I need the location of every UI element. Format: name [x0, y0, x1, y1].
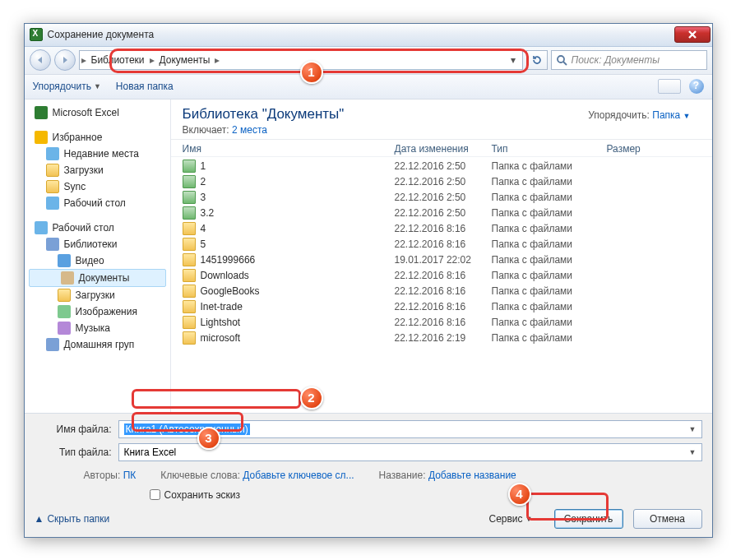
- sort-link[interactable]: Папка ▼: [652, 109, 690, 121]
- file-type: Папка с файлами: [492, 301, 607, 312]
- sidebar-item-images[interactable]: Изображения: [26, 303, 169, 320]
- sidebar-item-video[interactable]: Видео: [26, 252, 169, 269]
- sidebar-item-favorites[interactable]: Избранное: [26, 129, 169, 146]
- file-row[interactable]: 222.12.2016 2:50Папка с файлами: [183, 174, 701, 190]
- save-thumbnail-checkbox[interactable]: [150, 489, 160, 500]
- file-row[interactable]: 422.12.2016 8:16Папка с файлами: [183, 221, 701, 237]
- file-type: Папка с файлами: [492, 285, 607, 297]
- chevron-right-icon: ▸: [215, 54, 220, 66]
- documents-icon: [61, 271, 74, 285]
- file-row[interactable]: Lightshot22.12.2016 8:16Папка с файлами: [183, 315, 701, 331]
- forward-button[interactable]: [54, 49, 76, 71]
- file-type: Папка с файлами: [492, 223, 607, 234]
- file-type: Папка с файлами: [492, 176, 607, 187]
- folder-icon: [183, 331, 196, 345]
- breadcrumb-seg-libraries[interactable]: Библиотеки: [86, 51, 150, 69]
- file-name: 1451999666: [201, 254, 395, 266]
- search-placeholder: Поиск: Документы: [572, 54, 660, 66]
- sidebar-item-documents[interactable]: Документы: [29, 269, 166, 287]
- file-name: 2: [201, 176, 395, 187]
- service-button[interactable]: Сервис▼: [488, 513, 532, 525]
- filetype-select[interactable]: Книга Excel▼: [118, 443, 702, 461]
- filetype-label: Тип файла:: [35, 447, 118, 458]
- file-name: GoogleBooks: [201, 285, 395, 297]
- organize-button[interactable]: Упорядочить▼: [33, 81, 101, 92]
- folder-icon: [183, 316, 196, 329]
- authors-value[interactable]: ПК: [123, 470, 137, 481]
- hide-folders-button[interactable]: ▲Скрыть папки: [35, 513, 110, 525]
- folder-icon: [58, 289, 71, 302]
- sidebar-item-sync[interactable]: Sync: [26, 178, 169, 195]
- filename-input[interactable]: Книга1 (Автосохраненный)▼: [118, 420, 702, 438]
- music-icon: [58, 322, 71, 335]
- file-row[interactable]: microsoft22.12.2016 2:19Папка с файлами: [183, 331, 701, 346]
- folder-icon: [183, 222, 196, 235]
- library-sort: Упорядочить: Папка ▼: [588, 109, 690, 121]
- col-type[interactable]: Тип: [492, 143, 607, 155]
- refresh-button[interactable]: [526, 50, 548, 70]
- breadcrumb-seg-documents[interactable]: Документы: [155, 51, 215, 69]
- col-size[interactable]: Размер: [607, 143, 673, 155]
- sidebar-item-downloads2[interactable]: Загрузки: [26, 287, 169, 303]
- back-button[interactable]: [30, 49, 51, 71]
- file-type: Папка с файлами: [492, 238, 607, 250]
- file-row[interactable]: GoogleBooks22.12.2016 8:16Папка с файлам…: [183, 284, 701, 299]
- file-type: Папка с файлами: [492, 207, 607, 219]
- file-type: Папка с файлами: [492, 192, 607, 203]
- file-date: 22.12.2016 8:16: [395, 317, 492, 328]
- file-row[interactable]: 145199966619.01.2017 22:02Папка с файлам…: [183, 252, 701, 268]
- sidebar-item-desktop[interactable]: Рабочий стол: [26, 195, 169, 211]
- save-dialog: Сохранение документа ▸ Библиотеки ▸ Доку…: [24, 23, 713, 538]
- file-name: 3: [201, 192, 395, 203]
- file-date: 22.12.2016 2:50: [395, 207, 492, 219]
- sidebar-item-recent[interactable]: Недавние места: [26, 146, 169, 162]
- sidebar-item-music[interactable]: Музыка: [26, 320, 169, 336]
- desktop-icon: [35, 221, 48, 234]
- col-name[interactable]: Имя: [183, 143, 395, 155]
- save-button[interactable]: Сохранить: [554, 509, 623, 529]
- file-date: 22.12.2016 2:19: [395, 332, 492, 344]
- sidebar-item-libraries[interactable]: Библиотеки: [26, 236, 169, 252]
- sidebar-item-downloads[interactable]: Загрузки: [26, 162, 169, 178]
- window-title: Сохранение документа: [48, 29, 674, 40]
- sidebar-item-homegroup[interactable]: Домашняя груп: [26, 336, 169, 353]
- sidebar-item-excel[interactable]: Microsoft Excel: [26, 104, 169, 121]
- close-button[interactable]: [674, 26, 711, 43]
- video-icon: [58, 254, 71, 267]
- search-input[interactable]: Поиск: Документы: [551, 50, 707, 70]
- close-icon: [688, 30, 697, 39]
- authors-label: Авторы:: [84, 470, 121, 481]
- refresh-icon: [531, 54, 543, 66]
- arrow-left-icon: [35, 55, 45, 65]
- view-mode-button[interactable]: [658, 79, 681, 94]
- file-row[interactable]: 522.12.2016 8:16Папка с файлами: [183, 237, 701, 252]
- folder-icon: [183, 253, 196, 266]
- file-row[interactable]: Downloads22.12.2016 8:16Папка с файлами: [183, 268, 701, 284]
- column-headers[interactable]: Имя Дата изменения Тип Размер: [171, 140, 712, 157]
- folder-icon: [183, 300, 196, 313]
- library-places-link[interactable]: 2 места: [232, 124, 267, 136]
- excel-icon: [35, 106, 48, 119]
- folder-icon: [46, 164, 59, 177]
- folder-icon: [183, 238, 196, 251]
- col-date[interactable]: Дата изменения: [395, 143, 492, 155]
- libraries-icon: [46, 238, 59, 251]
- titlemeta-value[interactable]: Добавьте название: [428, 470, 516, 481]
- file-row[interactable]: 322.12.2016 2:50Папка с файлами: [183, 190, 701, 206]
- breadcrumb[interactable]: ▸ Библиотеки ▸ Документы ▸ ▾: [79, 50, 523, 70]
- file-row[interactable]: 3.222.12.2016 2:50Папка с файлами: [183, 206, 701, 221]
- cancel-button[interactable]: Отмена: [633, 509, 702, 529]
- breadcrumb-dropdown[interactable]: ▾: [506, 54, 521, 66]
- new-folder-button[interactable]: Новая папка: [116, 81, 174, 92]
- titlebar: Сохранение документа: [25, 24, 712, 47]
- file-date: 22.12.2016 2:50: [395, 176, 492, 187]
- file-date: 22.12.2016 8:16: [395, 285, 492, 297]
- file-row[interactable]: Inet-trade22.12.2016 8:16Папка с файлами: [183, 299, 701, 315]
- excel-icon: [30, 28, 43, 41]
- file-name: 3.2: [201, 207, 395, 219]
- sidebar-item-desktop2[interactable]: Рабочий стол: [26, 220, 169, 236]
- titlemeta-label: Название:: [379, 470, 426, 481]
- help-button[interactable]: ?: [689, 79, 704, 94]
- keywords-value[interactable]: Добавьте ключевое сл...: [243, 470, 354, 481]
- file-row[interactable]: 122.12.2016 2:50Папка с файлами: [183, 159, 701, 174]
